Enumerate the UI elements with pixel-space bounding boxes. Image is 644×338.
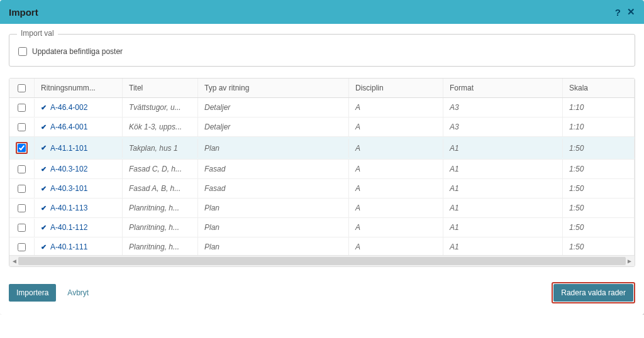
select-all-checkbox[interactable]	[18, 84, 26, 92]
drawing-number-text: A-40.3-102	[50, 165, 87, 173]
row-number-cell[interactable]: ✔A-46.4-001	[35, 117, 123, 136]
row-checkbox-cell[interactable]	[9, 219, 35, 237]
dialog-body: Import val Uppdatera befintliga poster R…	[0, 24, 644, 273]
drawing-number-text: A-40.3-101	[50, 184, 87, 193]
checkmark-icon: ✔	[41, 204, 47, 212]
row-type-cell: Detaljer	[198, 98, 349, 117]
drawing-number-text: A-40.1-111	[50, 243, 87, 251]
dialog-header: Import ? ✕	[0, 0, 644, 24]
row-type-cell: Plan	[198, 237, 349, 255]
import-dialog: Import ? ✕ Import val Uppdatera befintli…	[0, 0, 644, 315]
drawing-number-link[interactable]: ✔A-40.3-102	[41, 165, 116, 173]
table-row[interactable]: ✔A-46.4-002Tvättstugor, u...DetaljerAA31…	[9, 98, 635, 117]
close-icon[interactable]: ✕	[627, 6, 635, 18]
row-type-cell: Fasad	[198, 160, 349, 178]
row-format-cell: A3	[443, 117, 563, 136]
table-row[interactable]: ✔A-46.4-001Kök 1-3, upps...DetaljerAA31:…	[9, 117, 635, 137]
row-type-cell: Plan	[198, 199, 349, 217]
row-scale-cell: 1:50	[563, 237, 635, 255]
header-select-all[interactable]	[9, 79, 35, 97]
row-format-cell: A1	[443, 237, 563, 255]
drawing-number-link[interactable]: ✔A-40.3-101	[41, 184, 116, 193]
row-title-cell: Tvättstugor, u...	[123, 98, 198, 117]
checkmark-icon: ✔	[41, 185, 47, 193]
row-checkbox-cell[interactable]	[9, 180, 35, 198]
drawing-number-link[interactable]: ✔A-40.1-112	[41, 223, 116, 232]
row-scale-cell: 1:50	[563, 218, 635, 237]
row-format-cell: A1	[443, 160, 563, 178]
row-checkbox[interactable]	[18, 144, 26, 152]
header-type[interactable]: Typ av ritning	[198, 79, 349, 97]
row-type-cell: Fasad	[198, 179, 349, 198]
scroll-right-icon[interactable]: ►	[626, 258, 633, 264]
delete-selected-button[interactable]: Radera valda rader	[553, 284, 633, 302]
row-checkbox-cell[interactable]	[9, 137, 35, 159]
scroll-left-icon[interactable]: ◄	[11, 258, 18, 264]
row-format-cell: A1	[443, 179, 563, 198]
row-title-cell: Planritning, h...	[123, 237, 198, 255]
help-icon[interactable]: ?	[615, 7, 621, 18]
header-scale[interactable]: Skala	[563, 79, 635, 97]
row-checkbox[interactable]	[18, 104, 26, 112]
header-format[interactable]: Format	[443, 79, 563, 97]
table-row[interactable]: ✔A-40.1-113Planritning, h...PlanAA11:50	[9, 199, 635, 218]
table-row[interactable]: ✔A-40.1-112Planritning, h...PlanAA11:50	[9, 218, 635, 237]
import-button[interactable]: Importera	[9, 284, 56, 302]
row-checkbox-cell[interactable]	[9, 238, 35, 256]
row-scale-cell: 1:50	[563, 139, 635, 158]
footer-left: Importera Avbryt	[9, 284, 89, 302]
table-body[interactable]: ✔A-46.4-002Tvättstugor, u...DetaljerAA31…	[9, 98, 635, 255]
drawing-number-link[interactable]: ✔A-40.1-111	[41, 243, 116, 251]
row-type-cell: Detaljer	[198, 117, 349, 136]
drawing-number-link[interactable]: ✔A-46.4-002	[41, 103, 116, 112]
drawing-number-text: A-40.1-112	[50, 223, 87, 232]
row-checkbox[interactable]	[18, 165, 26, 173]
dialog-header-actions: ? ✕	[615, 6, 635, 18]
row-format-cell: A3	[443, 98, 563, 117]
delete-button-highlight: Radera valda rader	[552, 282, 635, 303]
row-checkbox[interactable]	[18, 243, 26, 251]
drawing-number-link[interactable]: ✔A-41.1-101	[41, 144, 116, 153]
table-row[interactable]: ✔A-40.3-102Fasad C, D, h...FasadAA11:50	[9, 160, 635, 179]
row-scale-cell: 1:50	[563, 179, 635, 198]
drawing-number-link[interactable]: ✔A-46.4-001	[41, 123, 116, 131]
row-number-cell[interactable]: ✔A-40.3-101	[35, 179, 123, 198]
fieldset-legend: Import val	[17, 29, 58, 38]
update-existing-checkbox[interactable]	[18, 47, 27, 56]
row-discipline-cell: A	[349, 218, 443, 237]
drawing-number-text: A-41.1-101	[50, 144, 87, 153]
row-checkbox-cell[interactable]	[9, 199, 35, 217]
row-title-cell: Planritning, h...	[123, 199, 198, 217]
update-existing-row[interactable]: Uppdatera befintliga poster	[18, 47, 626, 56]
row-checkbox-cell[interactable]	[9, 118, 35, 136]
cancel-button[interactable]: Avbryt	[67, 288, 89, 297]
row-checkbox[interactable]	[18, 185, 26, 193]
table-row[interactable]: ✔A-40.3-101Fasad A, B, h...FasadAA11:50	[9, 179, 635, 199]
header-discipline[interactable]: Disciplin	[349, 79, 443, 97]
row-number-cell[interactable]: ✔A-40.3-102	[35, 160, 123, 178]
row-number-cell[interactable]: ✔A-40.1-112	[35, 218, 123, 237]
table-header-row: Ritningsnumm... Titel Typ av ritning Dis…	[9, 79, 635, 98]
row-discipline-cell: A	[349, 199, 443, 217]
hscroll-thumb[interactable]	[18, 257, 626, 265]
drawing-number-link[interactable]: ✔A-40.1-113	[41, 204, 116, 212]
horizontal-scrollbar[interactable]: ◄ ►	[9, 255, 635, 266]
row-discipline-cell: A	[349, 117, 443, 136]
table-row[interactable]: ✔A-41.1-101Takplan, hus 1PlanAA11:50	[9, 137, 635, 160]
row-number-cell[interactable]: ✔A-41.1-101	[35, 139, 123, 158]
row-number-cell[interactable]: ✔A-40.1-111	[35, 237, 123, 255]
header-title[interactable]: Titel	[123, 79, 198, 97]
table-row[interactable]: ✔A-40.1-111Planritning, h...PlanAA11:50	[9, 237, 635, 255]
row-checkbox[interactable]	[18, 224, 26, 232]
row-number-cell[interactable]: ✔A-40.1-113	[35, 199, 123, 217]
row-checkbox[interactable]	[18, 123, 26, 131]
header-number[interactable]: Ritningsnumm...	[35, 79, 123, 97]
row-discipline-cell: A	[349, 179, 443, 198]
row-format-cell: A1	[443, 139, 563, 158]
row-discipline-cell: A	[349, 160, 443, 178]
row-checkbox-cell[interactable]	[9, 160, 35, 178]
row-checkbox-cell[interactable]	[9, 99, 35, 117]
row-checkbox[interactable]	[18, 204, 26, 212]
row-number-cell[interactable]: ✔A-46.4-002	[35, 98, 123, 117]
row-format-cell: A1	[443, 199, 563, 217]
